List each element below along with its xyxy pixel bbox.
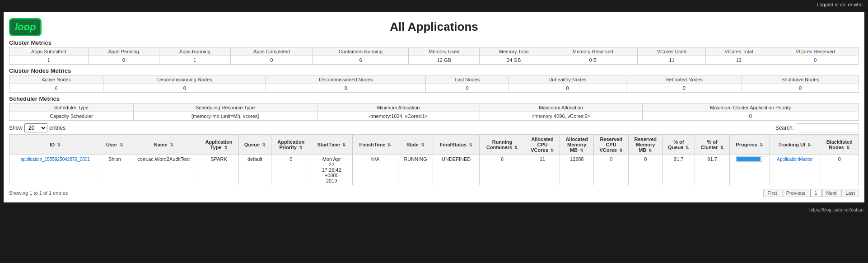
col-apps-pending: Apps Pending (88, 47, 159, 56)
pagination-page-1[interactable]: 1 (810, 189, 821, 197)
pagination: First Previous 1 Next Last (763, 189, 859, 197)
search-input[interactable] (796, 123, 859, 132)
cell-start-time: Mon Apr2217:26:42+08002019 (311, 155, 352, 185)
cluster-metrics-table: Apps Submitted Apps Pending Apps Running… (9, 47, 859, 65)
pagination-previous[interactable]: Previous (782, 189, 810, 197)
app-id-link[interactable]: application_1555925042876_0001 (20, 157, 89, 162)
sort-finalstatus-icon: ⇅ (469, 143, 472, 147)
cluster-metrics-section: Cluster Metrics Apps Submitted Apps Pend… (9, 38, 859, 65)
val-scheduling-resource-type: [memory-mb (unit=Mi), vcores] (133, 112, 317, 121)
cell-progress (729, 155, 770, 185)
th-finish-time[interactable]: FinishTime ⇅ (352, 135, 398, 155)
sort-priority-icon: ⇅ (299, 146, 303, 150)
col-apps-running: Apps Running (159, 47, 230, 56)
cell-pct-queue: 91.7 (663, 155, 695, 185)
val-decommissioned-nodes: 0 (266, 84, 426, 93)
th-reserved-cpu[interactable]: ReservedCPUVCores ⇅ (594, 135, 629, 155)
sort-progress-icon: ⇅ (760, 143, 763, 147)
cluster-nodes-metrics-section: Cluster Nodes Metrics Active Nodes Decom… (9, 66, 859, 93)
th-alloc-memory[interactable]: AllocatedMemoryMB ⇅ (560, 135, 594, 155)
cell-name: com.ac.Word2AuditTest (128, 155, 199, 185)
val-shutdown-nodes: 0 (742, 84, 859, 93)
cell-tracking-ui: ApplicationMaster (770, 155, 820, 185)
col-rebooted-nodes: Rebooted Nodes (626, 75, 742, 84)
th-pct-cluster[interactable]: % ofCluster ⇅ (695, 135, 730, 155)
th-name[interactable]: Name ⇅ (128, 135, 199, 155)
val-apps-completed: 0 (231, 56, 313, 65)
sort-rescpu-icon: ⇅ (619, 148, 623, 153)
col-memory-reserved: Memory Reserved (548, 47, 638, 56)
sort-trackingui-icon: ⇅ (807, 143, 811, 147)
th-id[interactable]: ID ⇅ (9, 135, 101, 155)
cell-reserved-memory: 0 (629, 155, 663, 185)
th-running-containers[interactable]: RunningContainers ⇅ (480, 135, 525, 155)
cell-user: Shion (101, 155, 128, 185)
scheduler-metrics-table: Scheduler Type Scheduling Resource Type … (9, 103, 859, 121)
sort-finishtime-icon: ⇅ (387, 143, 391, 147)
bottom-bar: https://blog.csdn.net/duhan (0, 206, 868, 214)
col-scheduler-type: Scheduler Type (9, 103, 134, 112)
val-memory-used: 12 GB (409, 56, 480, 65)
col-unhealthy-nodes: Unhealthy Nodes (509, 75, 626, 84)
col-decommissioning-nodes: Decommissioning Nodes (103, 75, 266, 84)
th-final-status[interactable]: FinalStatus ⇅ (433, 135, 480, 155)
entries-select[interactable]: 10 20 25 50 100 (24, 123, 47, 132)
cell-finish-time: N/A (352, 155, 398, 185)
th-pct-queue[interactable]: % ofQueue ⇅ (663, 135, 695, 155)
tracking-ui-link[interactable]: ApplicationMaster (777, 157, 812, 162)
cell-alloc-memory: 12288 (560, 155, 594, 185)
th-state[interactable]: State ⇅ (398, 135, 433, 155)
col-vcores-reserved: VCores Reserved (772, 47, 859, 56)
col-scheduling-resource-type: Scheduling Resource Type (133, 103, 317, 112)
pagination-next[interactable]: Next (822, 189, 841, 197)
col-decommissioned-nodes: Decommissioned Nodes (266, 75, 426, 84)
sort-queue-icon: ⇅ (262, 143, 266, 147)
val-max-cluster-app-priority: 0 (642, 112, 859, 121)
val-memory-total: 24 GB (480, 56, 548, 65)
val-apps-pending: 0 (88, 56, 159, 65)
val-apps-running: 1 (159, 56, 230, 65)
th-reserved-memory[interactable]: ReservedMemoryMB ⇅ (629, 135, 663, 155)
cluster-nodes-metrics-title: Cluster Nodes Metrics (9, 66, 859, 75)
cell-running-containers: 6 (480, 155, 525, 185)
show-entries-control: Show 10 20 25 50 100 entries (9, 123, 65, 132)
sort-state-icon: ⇅ (421, 143, 425, 147)
th-progress[interactable]: Progress ⇅ (729, 135, 770, 155)
sort-pctcluster-icon: ⇅ (720, 146, 724, 150)
th-alloc-cpu[interactable]: AllocatedCPUVCores ⇅ (525, 135, 560, 155)
top-bar: Logged in as: dr.who (0, 0, 868, 9)
col-vcores-total: VCores Total (706, 47, 772, 56)
th-app-priority[interactable]: ApplicationPriority ⇅ (271, 135, 311, 155)
val-rebooted-nodes: 0 (626, 84, 742, 93)
val-vcores-used: 11 (638, 56, 706, 65)
pagination-last[interactable]: Last (841, 189, 859, 197)
cell-state: RUNNING (398, 155, 433, 185)
show-label: Show (9, 125, 23, 131)
val-memory-reserved: 0 B (548, 56, 638, 65)
scheduler-metrics-title: Scheduler Metrics (9, 94, 859, 103)
val-containers-running: 6 (313, 56, 408, 65)
col-lost-nodes: Lost Nodes (426, 75, 509, 84)
table-controls: Show 10 20 25 50 100 entries Search: (9, 123, 859, 132)
sort-blacklisted-icon: ⇅ (846, 146, 850, 150)
th-blacklisted-nodes[interactable]: BlacklistedNodes ⇅ (820, 135, 859, 155)
sort-user-icon: ⇅ (120, 143, 123, 147)
th-user[interactable]: User ⇅ (101, 135, 128, 155)
th-start-time[interactable]: StartTime ⇅ (311, 135, 352, 155)
table-row: application_1555925042876_0001 Shion com… (9, 155, 859, 185)
th-queue[interactable]: Queue ⇅ (238, 135, 271, 155)
val-vcores-reserved: 0 (772, 56, 859, 65)
val-unhealthy-nodes: 0 (509, 84, 626, 93)
pagination-first[interactable]: First (763, 189, 781, 197)
search-label: Search: (775, 125, 794, 131)
cluster-metrics-title: Cluster Metrics (9, 38, 859, 47)
th-app-type[interactable]: ApplicationType ⇅ (199, 135, 239, 155)
col-memory-used: Memory Used (409, 47, 480, 56)
cell-priority: 0 (271, 155, 311, 185)
col-shutdown-nodes: Shutdown Nodes (742, 75, 859, 84)
col-memory-total: Memory Total (480, 47, 548, 56)
sort-containers-icon: ⇅ (514, 146, 518, 150)
cell-id: application_1555925042876_0001 (9, 155, 101, 185)
th-tracking-ui[interactable]: Tracking UI ⇅ (770, 135, 820, 155)
cell-reserved-cpu: 0 (594, 155, 629, 185)
